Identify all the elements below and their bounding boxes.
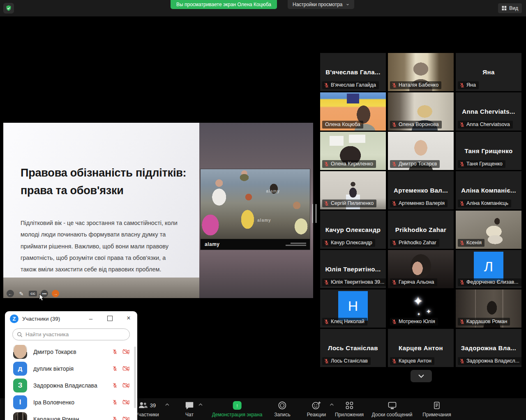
toolbar-whiteboards-button[interactable]: Доски сообщений [371, 401, 412, 418]
mic-muted-icon [112, 399, 118, 405]
participant-name-label: Олена Коцюба [322, 121, 363, 129]
participant-name-label: Олена Воронова [390, 121, 442, 129]
participant-name-label: Сергій Пилипенко [322, 200, 376, 207]
chevron-up-icon[interactable] [198, 403, 203, 406]
mic-muted-icon [459, 240, 465, 246]
toolbar-notes-button[interactable]: Примечания [422, 401, 451, 418]
mic-muted-icon [112, 349, 118, 354]
mic-muted-icon [392, 358, 397, 364]
participant-name-text: Аліна Компанієць [466, 200, 508, 206]
participant-tile[interactable]: Лось СтаніславЛось Станіслав [320, 329, 386, 367]
slide-controls: ← ✎ CC ••• → [7, 290, 59, 297]
participant-name: Іра Воловченко [33, 399, 112, 406]
participant-tile[interactable]: Prikhodko ZaharPrikhodko Zahar [388, 211, 454, 249]
apps-icon [345, 401, 354, 410]
participants-count: 39 [150, 402, 156, 409]
participant-name-text: Кардашов Роман [466, 319, 507, 324]
participant-tile[interactable]: Артеменко Вал...Артеменко Валерія [388, 171, 454, 209]
mic-muted-icon [324, 161, 329, 167]
participant-tile[interactable]: В'ячеслав Гала...В'ячеслав Галайда [320, 53, 386, 91]
video-off-icon [122, 383, 129, 388]
toolbar-record-button[interactable]: Запись [274, 401, 290, 418]
participant-status-icons [112, 399, 129, 405]
participant-list-item[interactable]: Кардашов Роман [5, 411, 137, 420]
toolbar-apps-button[interactable]: Приложения [335, 401, 364, 418]
participant-tile[interactable]: ЛФедорченко Єлизав... [456, 250, 521, 288]
participant-list-item[interactable]: ддуплик вікторія [5, 360, 137, 377]
mic-muted-icon [112, 366, 118, 371]
alamy-bar: alamy [201, 239, 310, 250]
participant-name-label: Prikhodko Zahar [390, 239, 439, 247]
panel-close-button[interactable]: × [124, 314, 133, 323]
mic-muted-icon [392, 83, 397, 88]
participant-tile[interactable]: Олена Кириленко [320, 132, 386, 170]
closed-captions-button[interactable]: CC [29, 291, 37, 296]
participant-tile[interactable]: Таня ГрищенкоТаня Грищенко [456, 132, 521, 170]
chevron-up-icon[interactable] [165, 403, 170, 406]
participant-tile[interactable]: НКлец Николай [320, 289, 386, 328]
slide-back-button[interactable]: ← [7, 290, 14, 297]
participant-tile[interactable]: Наталія Бабенко [388, 53, 454, 91]
whiteboards-label: Доски сообщений [371, 412, 412, 418]
participant-tile[interactable]: Дмитро Токарєв [388, 132, 454, 170]
participant-tile[interactable]: Юлія Тверитіно...Юлія Тверитінова 39... [320, 250, 386, 288]
mic-muted-icon [392, 358, 397, 364]
video-off-icon [122, 416, 129, 420]
participant-tile[interactable]: Олена Воронова [388, 92, 454, 131]
participants-icon [138, 402, 148, 409]
participant-status-icons [112, 416, 129, 420]
draw-pencil-button[interactable]: ✎ [18, 290, 25, 297]
participant-tile[interactable]: Качур ОлександрКачур Олександр [320, 211, 386, 249]
panel-minimize-button[interactable]: – [86, 314, 95, 323]
toolbar-reactions-button[interactable]: Реакции [307, 401, 326, 418]
panel-scrollbar[interactable] [134, 347, 136, 408]
mic-muted-icon [324, 83, 329, 88]
participant-search-input[interactable]: Найти участника [12, 328, 130, 340]
participant-name-text: Сергій Пилипенко [331, 200, 374, 206]
panel-maximize-button[interactable] [105, 314, 114, 323]
slide-next-button[interactable]: → [52, 290, 59, 297]
layout-resize-handle[interactable] [312, 204, 316, 223]
participant-tile[interactable]: Anna Cherviats...Anna Cherviatsova [456, 92, 521, 131]
security-shield-icon[interactable] [3, 3, 14, 14]
mic-muted-icon [459, 358, 465, 364]
toolbar-share-screen-button[interactable]: ↑ Демонстрация экрана [212, 401, 263, 418]
mic-muted-icon [324, 358, 329, 364]
mic-muted-icon [392, 319, 397, 324]
mic-muted-icon [459, 201, 465, 206]
participant-tile[interactable]: Задорожна Вла...Задорожна Владисл... [456, 329, 521, 367]
apps-label: Приложения [335, 412, 364, 418]
mic-muted-icon [392, 201, 397, 206]
participant-tile[interactable]: ЯнаЯна [456, 53, 521, 91]
grid-more-participants-button[interactable] [411, 370, 432, 382]
participant-tile[interactable]: ✦✦✦Мотренко Юлія [388, 289, 454, 328]
mic-muted-icon [392, 122, 397, 127]
toolbar-participants-button[interactable]: 39 Участники [135, 401, 159, 418]
avatar-letter: І [13, 395, 27, 409]
whiteboard-icon [387, 402, 397, 410]
participant-list-item[interactable]: ІІра Воловченко [5, 394, 137, 411]
participant-tile[interactable]: Карцев АнтонКарцев Антон [388, 329, 454, 367]
participant-name-label: Anna Cherviatsova [458, 121, 513, 129]
participant-name-label: Гаряча Альона [390, 278, 437, 286]
view-button[interactable]: Вид [498, 3, 522, 13]
participant-name-text: Юлія Тверитінова 39... [331, 279, 384, 285]
zoom-logo-icon: Z [10, 314, 18, 323]
participant-list-item[interactable]: Дмитро Токарєв [5, 343, 137, 360]
viewing-screen-banner: Вы просматриваете экран Олена Коцюба [171, 0, 277, 9]
star-sparkle: ✦ [426, 308, 431, 315]
participant-list-item[interactable]: ЗЗадорожна Владислава [5, 377, 137, 394]
participant-tile[interactable]: Аліна Компаніє...Аліна Компанієць [456, 171, 521, 209]
toolbar-chat-button[interactable]: Чат [185, 401, 194, 418]
participant-tile[interactable]: Олена Коцюба [320, 92, 386, 131]
share-screen-icon: ↑ [233, 401, 242, 410]
view-settings-dropdown[interactable]: Настройки просмотра [288, 0, 354, 9]
participant-tile[interactable]: Сергій Пилипенко [320, 171, 386, 209]
mic-muted-icon [392, 240, 397, 246]
view-button-label: Вид [509, 5, 518, 11]
participant-tile[interactable]: Ксенія [456, 211, 521, 249]
participant-tile[interactable]: Кардашов Роман [456, 289, 521, 328]
video-off-icon [122, 366, 129, 371]
participant-tile[interactable]: Гаряча Альона [388, 250, 454, 288]
chevron-up-icon[interactable] [330, 403, 334, 406]
